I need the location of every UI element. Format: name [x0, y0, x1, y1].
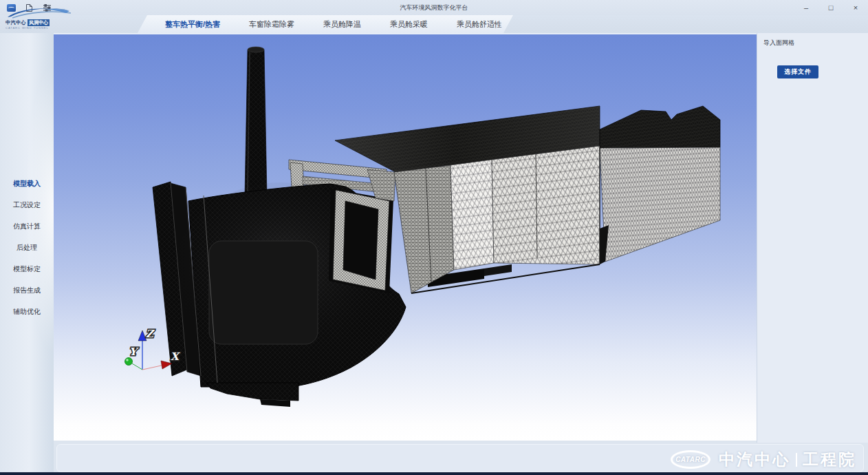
brand-org: 中汽中心: [719, 449, 790, 470]
catarc-oval-logo: CATARC: [671, 450, 710, 469]
z-axis-label: Z: [146, 328, 155, 340]
brand-divider: [796, 453, 797, 467]
close-button[interactable]: ×: [851, 3, 860, 12]
sidebar-item-aux-optimization[interactable]: 辅助优化: [13, 307, 41, 317]
inlet-pipe: [245, 47, 267, 194]
under-box-shadow-2: [484, 264, 512, 276]
catarc-brand: CATARC 中汽中心 工程院: [671, 449, 856, 470]
mesh-model-canvas: Z Y X: [54, 34, 757, 441]
choose-file-button[interactable]: 选择文件: [777, 65, 818, 78]
bottom-edge-strip: [0, 472, 868, 475]
tab-cabin-comfort[interactable]: 乘员舱舒适性: [457, 19, 502, 30]
mounting-ring-frame: [329, 189, 393, 293]
catarc-wind-tunnel-logo: 中汽中心 风洞中心 CATARC WIND TUNNEL: [6, 6, 80, 30]
logo-name: 中汽中心: [6, 19, 26, 26]
sidebar-item-model-calibration[interactable]: 模型标定: [13, 264, 41, 274]
sidebar-item-condition-setup[interactable]: 工况设定: [13, 200, 41, 210]
minimize-button[interactable]: –: [802, 3, 810, 12]
sidebar-item-report[interactable]: 报告生成: [13, 286, 41, 295]
tab-vehicle-thermal[interactable]: 整车热平衡/热害: [165, 19, 220, 30]
sidebar-item-model-load[interactable]: 模型载入: [13, 179, 41, 189]
tab-defrost-demist[interactable]: 车窗除霜除雾: [249, 19, 294, 30]
workflow-sidebar: 模型载入 工况设定 仿真计算 后处理 模型标定 报告生成 辅助优化: [0, 33, 54, 472]
y-axis-label: Y: [129, 346, 139, 358]
3d-viewport[interactable]: Z Y X: [54, 33, 757, 441]
tab-strip: 整车热平衡/热害 车窗除霜除雾 乘员舱降温 乘员舱采暖 乘员舱舒适性: [138, 15, 513, 33]
header-bar: 整车热平衡/热害 车窗除霜除雾 乘员舱降温 乘员舱采暖 乘员舱舒适性 中汽中心 …: [0, 15, 868, 33]
titlebar: 汽车环境风洞数字化平台 – □ ×: [0, 0, 868, 15]
bottom-status-panel: CATARC 中汽中心 工程院: [56, 444, 864, 472]
outlet-duct-mesh: [600, 106, 720, 264]
tab-cabin-cooldown[interactable]: 乘员舱降温: [323, 19, 361, 30]
logo-badge: 风洞中心: [28, 19, 50, 26]
brand-dept: 工程院: [803, 449, 856, 470]
window-title: 汽车环境风洞数字化平台: [0, 3, 868, 12]
maximize-button[interactable]: □: [827, 3, 835, 12]
tab-cabin-heating[interactable]: 乘员舱采暖: [390, 19, 428, 30]
logo-subtitle: CATARC WIND TUNNEL: [6, 26, 69, 30]
sidebar-item-simulation[interactable]: 仿真计算: [13, 222, 41, 231]
sidebar-item-postprocess[interactable]: 后处理: [17, 243, 37, 253]
import-mesh-panel: 导入面网格 选择文件: [757, 33, 868, 443]
y-axis-sphere: [125, 358, 133, 366]
import-mesh-title: 导入面网格: [757, 33, 868, 48]
